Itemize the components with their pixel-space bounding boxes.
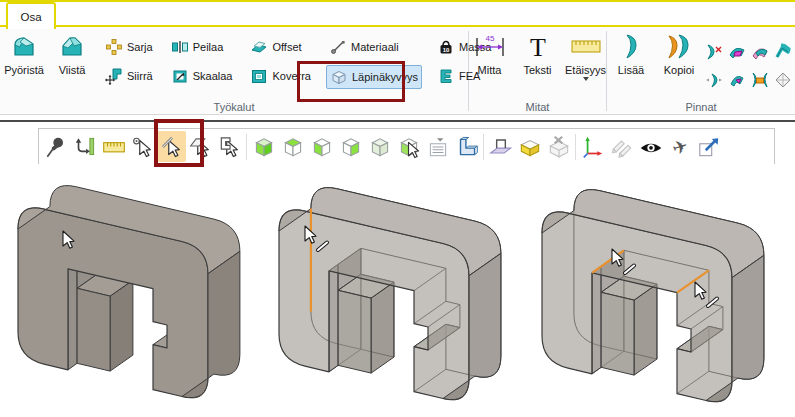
profile-icon[interactable] [452, 131, 481, 162]
offset-button[interactable]: Offset [247, 36, 314, 58]
facet-surface-icon[interactable] [772, 67, 794, 93]
surface-icon-grid [703, 27, 794, 93]
pyorista-button[interactable]: Pyöristä [0, 27, 48, 76]
teksti-label: Teksti [523, 64, 551, 76]
lisaa-label: Lisää [618, 64, 644, 76]
ribbon-bottom-separator [0, 120, 795, 122]
model-view-transparent-1[interactable] [262, 164, 527, 417]
group-label-tyokalut: Työkalut [0, 101, 468, 113]
ribbon-group-mitat: 45 Mitta T Teksti [469, 27, 606, 114]
lisaa-button[interactable]: Lisää [607, 27, 655, 76]
lapinakyvyys-label: Läpinäkyvyys [352, 71, 418, 83]
viista-button[interactable]: Viistä [48, 27, 96, 76]
materiaali-button[interactable]: Materiaali [326, 36, 422, 58]
model-viewport[interactable] [0, 164, 795, 417]
fly-through-icon[interactable]: ✈ [665, 131, 694, 162]
dimension-icon: 45 [472, 32, 508, 62]
koverra-label: Koverra [272, 70, 311, 82]
offset-label: Offset [272, 41, 301, 53]
shade-top-face-icon[interactable] [278, 131, 307, 162]
skaalaa-label: Skaalaa [193, 70, 233, 82]
selection-list-icon[interactable] [423, 131, 452, 162]
sketch-plane-icon[interactable] [486, 131, 515, 162]
select-face-icon[interactable] [186, 131, 215, 162]
select-edge-icon[interactable] [157, 131, 186, 162]
column-offset-koverra: Offset Koverra [241, 27, 320, 87]
visibility-eye-icon[interactable] [636, 131, 665, 162]
svg-text:✈: ✈ [669, 134, 690, 159]
sarja-label: Sarja [127, 41, 153, 53]
group-label-pinnat: Pinnat [607, 101, 795, 113]
transparency-icon [330, 68, 348, 86]
lapinakyvyys-button[interactable]: Läpinäkyvyys [326, 65, 422, 89]
extend-surface-icon[interactable] [772, 39, 794, 65]
mitta-label: Mitta [478, 64, 502, 76]
chamfer-icon [57, 32, 87, 62]
tab-osa[interactable]: Osa [6, 2, 56, 29]
model-view-opaque[interactable] [0, 164, 265, 417]
mass-icon: 10 [437, 38, 455, 56]
section-box-icon[interactable] [515, 131, 544, 162]
ribbon-group-tyokalut: Pyöristä Viistä [0, 27, 468, 114]
toolbar-separator [483, 134, 484, 160]
measure-pair-icon[interactable] [607, 131, 636, 162]
ruler-icon[interactable] [99, 131, 128, 162]
tab-osa-label: Osa [20, 11, 41, 23]
siirra-button[interactable]: Siirrä [102, 65, 156, 87]
pyorista-label: Pyöristä [4, 64, 44, 76]
toolbar-separator [246, 134, 247, 160]
measure-snap-icon[interactable] [70, 131, 99, 162]
peilaa-label: Peilaa [193, 41, 224, 53]
export-view-icon[interactable] [694, 131, 723, 162]
shade-solid-icon[interactable] [249, 131, 278, 162]
mitta-button[interactable]: 45 Mitta [466, 27, 514, 76]
select-feature-icon[interactable] [215, 131, 244, 162]
pattern-icon [105, 38, 123, 56]
mass-value: 10 [443, 47, 450, 53]
text-letter: T [530, 33, 546, 62]
select-point-icon[interactable] [128, 131, 157, 162]
trim-surface-icon[interactable] [726, 67, 748, 93]
loft-surface-icon[interactable] [749, 67, 771, 93]
etaisyys-button[interactable]: Etäisyys [562, 27, 610, 81]
model-view-transparent-2[interactable] [527, 164, 795, 417]
etaisyys-label: Etäisyys [565, 64, 606, 76]
quick-toolbar: ✈ [38, 128, 775, 165]
shell-icon [250, 67, 268, 85]
skaalaa-button[interactable]: Skaalaa [168, 65, 236, 87]
select-solid-icon[interactable] [394, 131, 423, 162]
delete-surface-icon[interactable] [703, 39, 725, 65]
move-icon [105, 67, 123, 85]
etaisyys-dropdown-caret[interactable] [583, 77, 589, 81]
app-window: Osa Pyöristä Viistä [0, 0, 795, 417]
move-surface-icon[interactable] [703, 67, 725, 93]
peilaa-button[interactable]: Peilaa [168, 36, 236, 58]
ribbon: Pyöristä Viistä [0, 27, 795, 115]
fea-icon [437, 67, 455, 85]
add-surface-icon [619, 32, 643, 62]
blend-surface-icon[interactable] [726, 39, 748, 65]
shade-side-face-icon[interactable] [307, 131, 336, 162]
scale-icon [171, 67, 189, 85]
column-sarja-siirra: Sarja Siirrä [96, 27, 162, 87]
kopioi-label: Kopioi [664, 64, 695, 76]
material-icon [329, 38, 347, 56]
dimension-value: 45 [485, 34, 494, 43]
pin-icon[interactable] [41, 131, 70, 162]
fillet-icon [9, 32, 39, 62]
coordinate-axes-icon[interactable] [578, 131, 607, 162]
mirror-icon [171, 38, 189, 56]
siirra-label: Siirrä [127, 70, 153, 82]
patch-surface-icon[interactable] [749, 39, 771, 65]
kopioi-button[interactable]: Kopioi [655, 27, 703, 76]
shade-right-face-icon[interactable] [336, 131, 365, 162]
koverra-button[interactable]: Koverra [247, 65, 314, 87]
materiaali-label: Materiaali [351, 41, 399, 53]
teksti-button[interactable]: T Teksti [514, 27, 562, 76]
viista-label: Viistä [59, 64, 86, 76]
sarja-button[interactable]: Sarja [102, 36, 156, 58]
window-top-border [0, 0, 795, 2]
remove-section-icon[interactable] [544, 131, 573, 162]
distance-ruler-icon [569, 32, 603, 62]
shade-all-icon[interactable] [365, 131, 394, 162]
